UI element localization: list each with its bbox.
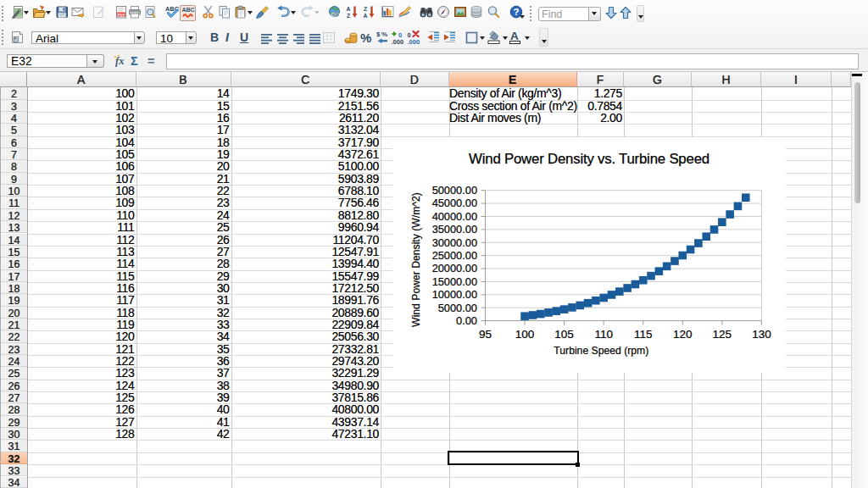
- svg-text:105: 105: [554, 328, 574, 341]
- svg-text:Turbine Speed (rpm): Turbine Speed (rpm): [554, 345, 648, 357]
- svg-text:40000.00: 40000.00: [432, 210, 477, 223]
- svg-text:120: 120: [673, 328, 693, 341]
- svg-text:Z: Z: [364, 6, 367, 12]
- svg-text:fx: fx: [115, 55, 124, 67]
- svg-text:A: A: [364, 13, 368, 19]
- svg-text:100: 100: [515, 328, 535, 341]
- svg-text:%: %: [381, 30, 387, 38]
- svg-text:50000.00: 50000.00: [432, 184, 477, 197]
- svg-text:Z: Z: [347, 13, 350, 19]
- svg-text:10000.00: 10000.00: [432, 288, 477, 301]
- svg-text:45000.00: 45000.00: [432, 197, 477, 209]
- svg-text:A: A: [347, 6, 351, 12]
- svg-text:5000.00: 5000.00: [438, 302, 477, 314]
- svg-text:0: 0: [416, 38, 420, 46]
- svg-text:15000.00: 15000.00: [432, 275, 477, 288]
- svg-text:0.00: 0.00: [456, 314, 477, 327]
- svg-text:25000.00: 25000.00: [432, 249, 477, 262]
- svg-text:$: $: [376, 30, 381, 38]
- svg-text:20000.00: 20000.00: [432, 262, 477, 274]
- svg-text:125: 125: [713, 328, 732, 341]
- svg-text:Wind Power Density vs. Turbine: Wind Power Density vs. Turbine Speed: [469, 151, 709, 167]
- svg-text:130: 130: [752, 328, 771, 341]
- svg-text:30000.00: 30000.00: [432, 236, 477, 249]
- svg-text:ABC: ABC: [181, 7, 194, 13]
- svg-text:35000.00: 35000.00: [432, 223, 477, 236]
- svg-text:95: 95: [479, 328, 492, 341]
- svg-text:115: 115: [634, 328, 653, 341]
- svg-text:Wind Power Density (W/m^2): Wind Power Density (W/m^2): [410, 192, 422, 327]
- svg-text:.000: .000: [392, 38, 404, 46]
- svg-text:.00: .00: [408, 38, 416, 46]
- svg-text:PDF: PDF: [118, 13, 125, 17]
- svg-text:110: 110: [594, 328, 613, 341]
- svg-text:?: ?: [513, 7, 519, 17]
